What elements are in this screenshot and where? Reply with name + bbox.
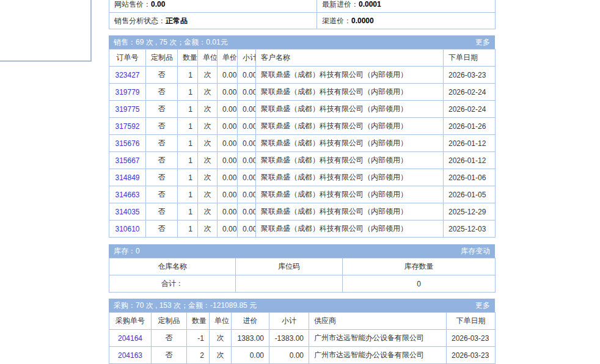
- site-price-value: 0.00: [151, 0, 165, 9]
- purchase-table: 采购单号定制品数量单位进价小计供应商下单日期 204164否-1次1383.00…: [109, 312, 496, 364]
- sales-order-number-link[interactable]: 317592: [115, 122, 139, 131]
- column-header: 数量: [187, 313, 210, 330]
- table-cell: -1: [187, 330, 210, 347]
- table-cell: 0.00: [238, 101, 256, 118]
- table-cell: 1: [178, 101, 198, 118]
- table-cell: 2025-12-29: [444, 203, 496, 220]
- channel-price-label: 渠道价：: [322, 16, 351, 25]
- table-cell: 0.00: [218, 186, 238, 203]
- table-cell: 1: [178, 84, 198, 101]
- column-header: 进价: [232, 313, 269, 330]
- table-cell: 聚联鼎盛（成都）科技有限公司（内部领用）: [256, 84, 444, 101]
- table-cell: 聚联鼎盛（成都）科技有限公司（内部领用）: [256, 101, 444, 118]
- table-cell: 0.00: [218, 101, 238, 118]
- table-cell: 否: [146, 118, 178, 135]
- table-cell: 0.00: [269, 347, 309, 364]
- table-cell: 314035: [109, 203, 146, 220]
- table-cell: 次: [210, 330, 232, 347]
- channel-price-value: 0.0000: [351, 16, 374, 25]
- table-row: 204163否2次0.000.00广州市达远智能办公设备有限公司2026-03-…: [109, 347, 496, 364]
- sales-order-number-link[interactable]: 315676: [115, 139, 139, 148]
- table-cell: 聚联鼎盛（成都）科技有限公司（内部领用）: [256, 152, 444, 169]
- table-cell: 0.00: [238, 186, 256, 203]
- table-cell: 次: [198, 135, 218, 152]
- column-header: 小计: [269, 313, 309, 330]
- table-cell: 聚联鼎盛（成都）科技有限公司（内部领用）: [256, 135, 444, 152]
- sales-order-number-link[interactable]: 319779: [115, 88, 139, 96]
- sales-order-number-link[interactable]: 314663: [115, 191, 139, 199]
- table-row: 319779否1次0.000.00聚联鼎盛（成都）科技有限公司（内部领用）202…: [109, 84, 496, 101]
- table-cell: -1383.00: [269, 330, 309, 347]
- table-cell: 0.00: [232, 347, 269, 364]
- table-cell: 否: [146, 135, 178, 152]
- table-cell: 1: [178, 186, 198, 203]
- table-cell: 2026-01-06: [444, 169, 496, 186]
- table-row: 合计：0: [109, 275, 496, 293]
- purchase-section: 采购：70 次 , 153 次；金额：-121089.85 元 更多 采购单号定…: [109, 299, 495, 364]
- table-cell: 0: [343, 275, 496, 293]
- sales-more-link[interactable]: 更多: [475, 35, 490, 49]
- inventory-change-link[interactable]: 库存变动: [461, 244, 490, 258]
- table-cell: 2026-03-23: [447, 347, 496, 364]
- table-cell: 广州市达远智能办公设备有限公司: [309, 347, 447, 364]
- table-cell: 2026-02-24: [444, 84, 496, 101]
- table-cell: 0.00: [218, 152, 238, 169]
- table-cell: 次: [198, 220, 218, 238]
- purchase-table-header-row: 采购单号定制品数量单位进价小计供应商下单日期: [109, 313, 496, 330]
- sales-order-number-link[interactable]: 314849: [115, 173, 139, 182]
- info-cell-channel-price: 渠道价：0.0000: [317, 13, 496, 29]
- product-image-placeholder: [0, 0, 92, 62]
- sales-order-number-link[interactable]: 319775: [115, 105, 139, 114]
- table-cell: 204164: [109, 330, 152, 347]
- inventory-table-header-row: 仓库名称库位码库存数量: [109, 258, 496, 275]
- table-cell: 2026-01-12: [444, 152, 496, 169]
- table-cell: 次: [198, 118, 218, 135]
- column-header: 供应商: [309, 313, 447, 330]
- table-cell: 1: [178, 135, 198, 152]
- table-cell: 317592: [109, 118, 146, 135]
- table-cell: 0.00: [238, 135, 256, 152]
- sales-order-number-link[interactable]: 314035: [115, 208, 139, 216]
- table-row: 314663否1次0.000.00聚联鼎盛（成都）科技有限公司（内部领用）202…: [109, 186, 496, 203]
- sales-analysis-value: 正常品: [166, 16, 188, 25]
- price-info-table: 网站售价：0.00 最新进价：0.0001 销售分析状态：正常品 渠道价：0.0…: [109, 0, 496, 29]
- table-row: 323427否1次0.000.00聚联鼎盛（成都）科技有限公司（内部领用）202…: [109, 67, 496, 84]
- table-cell: 否: [146, 152, 178, 169]
- sales-order-number-link[interactable]: 323427: [115, 71, 139, 79]
- latest-cost-value: 0.0001: [359, 0, 381, 9]
- table-cell: 0.00: [238, 169, 256, 186]
- table-row: 315667否1次0.000.00聚联鼎盛（成都）科技有限公司（内部领用）202…: [109, 152, 496, 169]
- table-cell: 0.00: [238, 152, 256, 169]
- column-header: 仓库名称: [109, 258, 236, 275]
- sales-order-number-link[interactable]: 310610: [115, 225, 139, 233]
- table-row: 204164否-1次1383.00-1383.00广州市达远智能办公设备有限公司…: [109, 330, 496, 347]
- table-cell: 否: [146, 220, 178, 238]
- table-cell: 否: [146, 84, 178, 101]
- table-cell: 0.00: [238, 118, 256, 135]
- table-cell: 0.00: [218, 67, 238, 84]
- column-header: 数量: [178, 49, 198, 67]
- sales-section-header: 销售：69 次 , 75 次；金额：0.01元 更多: [109, 35, 495, 49]
- table-cell: 315676: [109, 135, 146, 152]
- sales-order-number-link[interactable]: 315667: [115, 156, 139, 165]
- purchase-more-link[interactable]: 更多: [475, 299, 490, 312]
- sales-analysis-label: 销售分析状态：: [114, 16, 166, 25]
- table-cell: 聚联鼎盛（成都）科技有限公司（内部领用）: [256, 118, 444, 135]
- table-cell: 0.00: [218, 135, 238, 152]
- table-cell: 0.00: [218, 84, 238, 101]
- table-cell: 323427: [109, 67, 146, 84]
- table-cell: 次: [198, 84, 218, 101]
- column-header: 单价: [218, 49, 238, 67]
- column-header: 下单日期: [444, 49, 496, 67]
- column-header: 单位: [198, 49, 218, 67]
- purchase-order-number-link[interactable]: 204164: [118, 334, 142, 343]
- table-cell: 次: [198, 203, 218, 220]
- sales-section: 销售：69 次 , 75 次；金额：0.01元 更多 订单号定制品数量单位单价小…: [109, 35, 495, 238]
- table-cell: 次: [198, 101, 218, 118]
- table-cell: 2026-01-05: [444, 186, 496, 203]
- column-header: 库存数量: [343, 258, 496, 275]
- column-header: 下单日期: [447, 313, 496, 330]
- purchase-order-number-link[interactable]: 204163: [118, 351, 142, 360]
- table-cell: 319775: [109, 101, 146, 118]
- info-cell-sales-analysis: 销售分析状态：正常品: [109, 13, 317, 29]
